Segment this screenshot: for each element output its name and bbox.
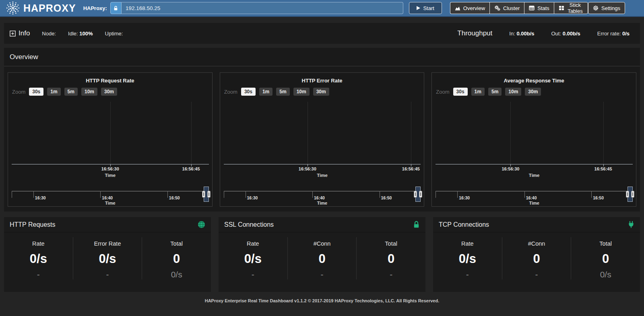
start-button[interactable]: Start: [409, 2, 442, 14]
stats-button[interactable]: Stats: [524, 2, 554, 14]
zoom-option-1m[interactable]: 1m: [47, 88, 60, 96]
navigator-right-handle[interactable]: [419, 191, 422, 198]
navigator-left-handle[interactable]: [414, 191, 417, 198]
card-body: Rate 0/s - #Conn 0 - Total 0 -: [219, 232, 425, 282]
info-section-title: Info: [10, 29, 30, 37]
in-label: In:: [509, 31, 515, 37]
navigator-tick: [246, 191, 246, 198]
navigator-tick-label: 16:30: [247, 195, 258, 200]
stat-value: 0: [571, 252, 640, 266]
uptime-label: Uptime:: [105, 31, 123, 37]
stats-label: Stats: [537, 5, 549, 11]
instance-label: HAProxy:: [83, 5, 107, 11]
zoom-option-30m[interactable]: 30m: [525, 88, 541, 96]
navigator-range-selector[interactable]: [415, 187, 421, 202]
navigator-tick: [524, 191, 525, 198]
globe-icon: [198, 221, 205, 228]
view-switcher: Overview Cluster Stats Stick Tables: [450, 2, 588, 14]
zoom-option-30m[interactable]: 30m: [313, 88, 329, 96]
settings-button[interactable]: Settings: [588, 2, 625, 14]
address-input[interactable]: [122, 2, 403, 14]
navigator-tick: [457, 191, 458, 198]
unlock-button[interactable]: [110, 2, 122, 14]
overview-button[interactable]: Overview: [450, 2, 489, 14]
stat-value: 0/s: [433, 252, 502, 266]
stat-label: Error Rate: [73, 240, 142, 247]
stick-tables-button[interactable]: Stick Tables: [554, 2, 588, 14]
navigator-tick: [224, 191, 224, 198]
x-axis-title: Time: [12, 173, 209, 178]
zoom-label: Zoom: [224, 89, 237, 95]
stat-column-rate: Rate 0/s -: [4, 237, 73, 279]
throughput-out: Out: 0.00b/s: [551, 31, 580, 37]
stat-sub-value: 0/s: [571, 270, 640, 279]
node-label: Node:: [42, 31, 56, 37]
zoom-option-5m[interactable]: 5m: [276, 88, 289, 96]
zoom-option-5m[interactable]: 5m: [488, 88, 502, 96]
stat-label: Total: [142, 240, 211, 247]
navigator-tick: [312, 191, 313, 198]
throughput-title: Throughput: [457, 29, 492, 37]
zoom-option-30s[interactable]: 30s: [29, 88, 43, 96]
zoom-option-30m[interactable]: 30m: [101, 88, 117, 96]
zoom-option-1m[interactable]: 1m: [471, 88, 485, 96]
navigator-range-selector[interactable]: [204, 187, 209, 202]
idle-field: Idle: 100%: [68, 31, 93, 37]
x-tick-label: 16:56:30: [101, 166, 119, 171]
chart-title: Average Response Time: [432, 78, 636, 84]
gridline: [510, 102, 511, 164]
x-axis-title: Time: [224, 173, 421, 178]
overview-label: Overview: [463, 5, 485, 11]
throughput-in: In: 0.00b/s: [509, 31, 534, 37]
stat-label: Rate: [219, 240, 287, 247]
card-ssl-connections: SSL Connections Rate 0/s - #Conn 0 - Tot…: [219, 217, 425, 292]
chart-navigator[interactable]: 16:30 16:40 16:50 Time: [436, 189, 633, 206]
zoom-label: Zoom: [12, 89, 25, 95]
unlock-icon: [113, 6, 118, 11]
cluster-button[interactable]: Cluster: [489, 2, 524, 14]
card-title: HTTP Requests: [10, 221, 56, 228]
overview-panel: Overview HTTP Request Rate Zoom 30s 1m 5…: [4, 48, 640, 211]
zoom-option-10m[interactable]: 10m: [293, 88, 310, 96]
plus-square-icon: [10, 31, 16, 37]
stat-value: 0/s: [219, 252, 287, 266]
zoom-option-30s[interactable]: 30s: [453, 88, 468, 96]
chart-navigator[interactable]: 16:30 16:40 16:50 Time: [224, 189, 421, 206]
card-http-requests: HTTP Requests Rate 0/s - Error Rate 0/s …: [4, 217, 211, 292]
zoom-label: Zoom: [436, 89, 449, 95]
card-tcp-connections: TCP Connections Rate 0/s - #Conn 0 - Tot…: [433, 217, 640, 292]
stat-column-error-rate: Error Rate 0/s -: [73, 237, 142, 279]
chart-title: HTTP Error Rate: [220, 78, 424, 84]
stat-sub-value: -: [288, 270, 357, 279]
navigator-left-handle[interactable]: [626, 191, 629, 198]
zoom-option-10m[interactable]: 10m: [505, 88, 521, 96]
zoom-option-10m[interactable]: 10m: [81, 88, 97, 96]
navigator-range-selector[interactable]: [627, 187, 633, 202]
throughput-group: Throughput In: 0.00b/s Out: 0.00b/s Erro…: [457, 29, 630, 37]
card-header: TCP Connections: [433, 217, 640, 232]
navigator-right-handle[interactable]: [207, 191, 211, 198]
out-label: Out:: [551, 31, 561, 37]
zoom-option-5m[interactable]: 5m: [64, 88, 78, 96]
navigator-tick-label: 16:30: [459, 195, 470, 200]
error-rate-value: 0/s: [622, 31, 630, 37]
stat-label: #Conn: [288, 240, 357, 247]
zoom-option-1m[interactable]: 1m: [259, 88, 272, 96]
stat-value: 0: [288, 252, 357, 266]
in-value: 0.00b/s: [516, 31, 534, 37]
zoom-control: Zoom 30s 1m 5m 10m 30m: [12, 88, 117, 96]
gridline: [411, 102, 411, 164]
plug-icon: [628, 221, 634, 228]
footer-copyright: HAProxy Enterprise Real Time Dashboard v…: [0, 298, 644, 303]
navigator-right-handle[interactable]: [631, 191, 634, 198]
stick-tables-label: Stick Tables: [567, 2, 583, 14]
stat-cards-row: HTTP Requests Rate 0/s - Error Rate 0/s …: [4, 217, 640, 292]
zoom-option-30s[interactable]: 30s: [241, 88, 256, 96]
card-header: HTTP Requests: [4, 217, 211, 232]
chart-navigator[interactable]: 16:30 16:40 16:50 Time: [12, 189, 209, 206]
stat-column-total: Total 0 0/s: [142, 237, 211, 279]
haproxy-brand: HAPROXY: [6, 1, 76, 15]
haproxy-logo-icon: [6, 1, 20, 15]
navigator-tick-label: 16:40: [526, 195, 537, 200]
navigator-left-handle[interactable]: [202, 191, 205, 198]
